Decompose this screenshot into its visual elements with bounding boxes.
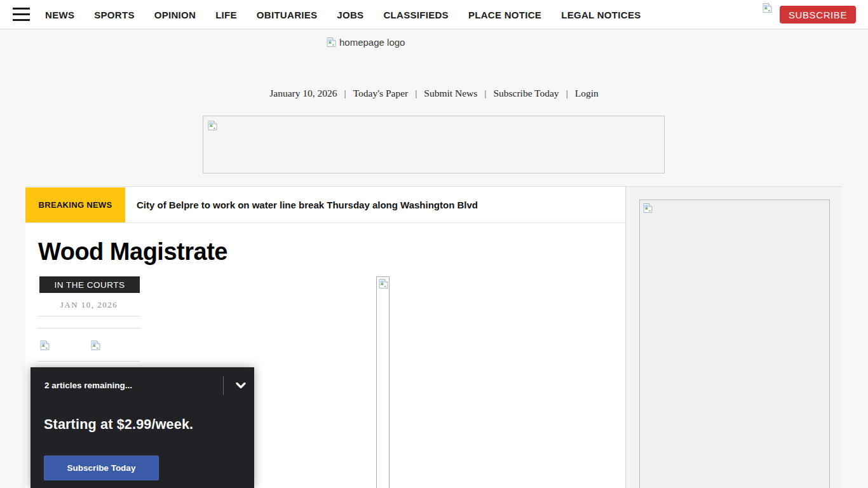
articles-remaining-text: 2 articles remaining... [44,381,132,390]
nav-item-opinion[interactable]: OPINION [154,10,196,20]
broken-image-icon [207,120,218,131]
right-sidebar [625,186,842,488]
nav-item-jobs[interactable]: JOBS [337,10,363,20]
paywall-subscribe-button[interactable]: Subscribe Today [44,456,159,480]
primary-nav: NEWS SPORTS OPINION LIFE OBITUARIES JOBS… [45,0,641,29]
chevron-down-icon[interactable] [233,379,249,392]
login-link[interactable]: Login [575,88,599,98]
breaking-news-badge: BREAKING NEWS [25,187,125,222]
article-image-placeholder[interactable] [376,276,390,488]
nav-item-place-notice[interactable]: PLACE NOTICE [468,10,541,20]
share-icon[interactable] [39,340,50,351]
logo-alt-text: homepage logo [339,37,405,48]
broken-image-icon [762,3,773,13]
subscribe-button[interactable]: SUBSCRIBE [780,6,856,24]
share-icon[interactable] [90,340,101,351]
divider [38,328,140,329]
breaking-news-bar: BREAKING NEWS City of Belpre to work on … [25,187,625,223]
breaking-news-headline[interactable]: City of Belpre to work on water line bre… [137,200,478,210]
divider [38,361,140,362]
category-badge[interactable]: IN THE COURTS [39,276,140,293]
nav-item-news[interactable]: NEWS [45,10,74,20]
hamburger-menu-icon[interactable] [13,8,30,21]
broken-image-icon [378,278,389,289]
paywall-offer-text: Starting at $2.99/week. [44,417,193,433]
nav-item-legal-notices[interactable]: LEGAL NOTICES [561,10,641,20]
nav-item-obituaries[interactable]: OBITUARIES [257,10,318,20]
todays-paper-link[interactable]: Today's Paper [353,88,409,98]
current-date: January 10, 2026 [269,88,337,98]
sidebar-ad-placeholder[interactable] [639,200,830,488]
article-date: JAN 10, 2026 [38,300,140,310]
nav-item-sports[interactable]: SPORTS [94,10,134,20]
broken-image-icon [642,203,653,214]
nav-item-classifieds[interactable]: CLASSIFIEDS [383,10,448,20]
broken-image-icon [326,37,337,48]
nav-item-life[interactable]: LIFE [215,10,237,20]
divider [38,316,140,316]
article-title: Wood Magistrate [38,238,227,266]
submit-news-link[interactable]: Submit News [424,88,477,98]
top-banner-ad-placeholder[interactable] [203,116,665,173]
divider [223,376,224,395]
top-navigation-bar: NEWS SPORTS OPINION LIFE OBITUARIES JOBS… [0,0,868,29]
masthead-dateline: January 10, 2026|Today's Paper|Submit Ne… [0,88,868,99]
homepage-logo[interactable]: homepage logo [326,37,405,48]
paywall-overlay: 2 articles remaining... Starting at $2.9… [31,367,254,488]
subscribe-today-link[interactable]: Subscribe Today [493,88,559,98]
